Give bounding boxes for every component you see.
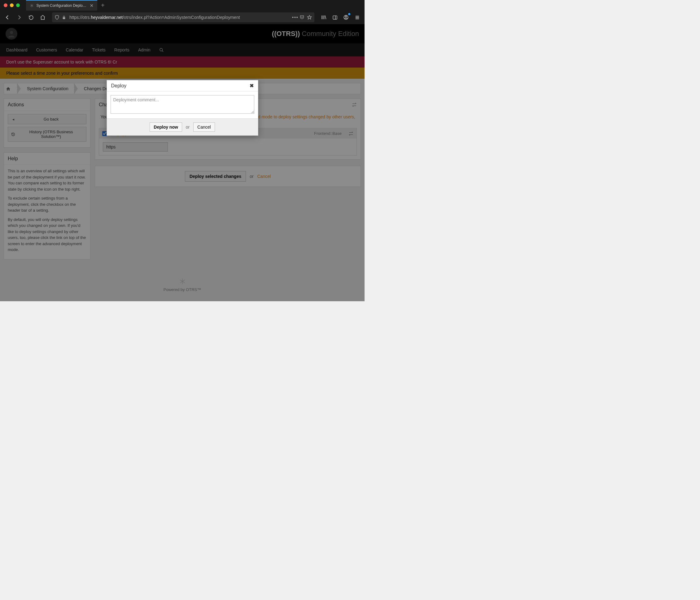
- modal-overlay[interactable]: [0, 24, 365, 301]
- browser-reload-button[interactable]: [26, 13, 36, 22]
- browser-nav-bar: https://otrs.heyvaldemar.net/otrs/index.…: [0, 10, 365, 24]
- deployment-comment-input[interactable]: [110, 95, 254, 114]
- window-minimize[interactable]: [10, 3, 14, 7]
- modal-or-text: or: [186, 125, 190, 129]
- tab-close-icon[interactable]: ✕: [90, 3, 94, 8]
- modal-cancel-button[interactable]: Cancel: [193, 122, 215, 132]
- browser-menu-icon[interactable]: [352, 13, 362, 22]
- tab-title: System Configuration Deployme: [36, 3, 88, 8]
- browser-home-button[interactable]: [38, 13, 48, 22]
- svg-point-3: [345, 16, 347, 18]
- browser-tab[interactable]: System Configuration Deployme ✕: [26, 0, 97, 10]
- address-bar[interactable]: https://otrs.heyvaldemar.net/otrs/index.…: [52, 13, 315, 22]
- modal-close-icon[interactable]: ✖: [250, 83, 254, 89]
- sidebar-toggle-icon[interactable]: [330, 13, 340, 22]
- window-maximize[interactable]: [16, 3, 20, 7]
- browser-chrome: System Configuration Deployme ✕ + https:…: [0, 0, 365, 24]
- svg-rect-1: [333, 16, 337, 19]
- page-content: ((OTRS)) Community Edition Dashboard Cus…: [0, 24, 365, 301]
- window-close[interactable]: [4, 3, 7, 7]
- deploy-now-button[interactable]: Deploy now: [150, 122, 182, 132]
- tracking-shield-icon[interactable]: [54, 15, 59, 20]
- library-icon[interactable]: [319, 13, 329, 22]
- lock-icon[interactable]: [62, 16, 67, 20]
- url-text: https://otrs.heyvaldemar.net/otrs/index.…: [69, 15, 290, 20]
- tab-bar: System Configuration Deployme ✕ +: [0, 0, 365, 10]
- tab-favicon-icon: [30, 3, 34, 8]
- modal-title: Deploy: [111, 83, 127, 89]
- browser-back-button[interactable]: [2, 13, 12, 22]
- window-controls: [2, 3, 20, 7]
- new-tab-button[interactable]: +: [101, 2, 105, 9]
- account-icon[interactable]: [341, 13, 351, 22]
- bookmark-star-icon[interactable]: [307, 15, 312, 20]
- pocket-icon[interactable]: [300, 15, 304, 20]
- deploy-modal: Deploy ✖ Deploy now or Cancel: [106, 80, 258, 136]
- page-actions-icon[interactable]: •••: [292, 15, 297, 20]
- browser-forward-button[interactable]: [14, 13, 24, 22]
- svg-rect-0: [63, 17, 65, 19]
